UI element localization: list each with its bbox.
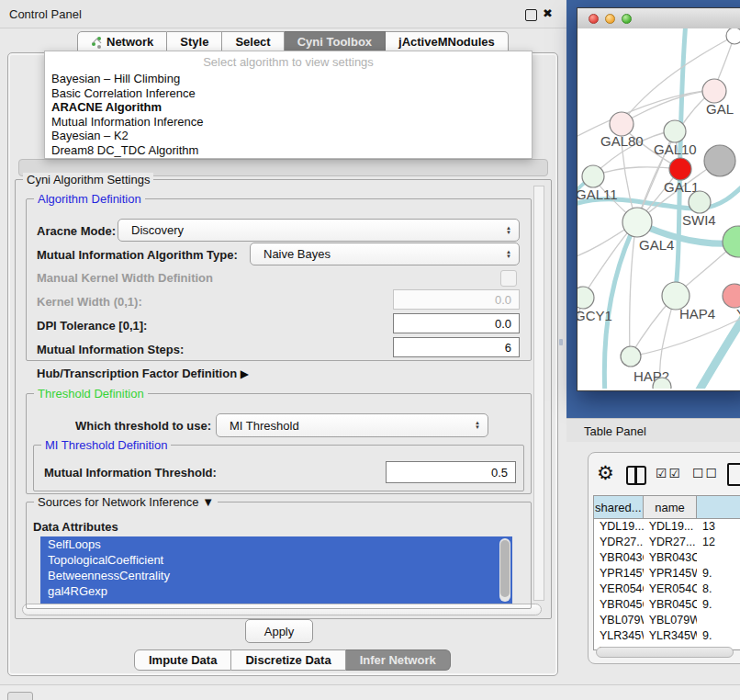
close-traffic-light-icon[interactable] — [589, 14, 599, 24]
control-panel-titlebar: Control Panel ✖ — [0, 0, 566, 28]
network-window-titlebar[interactable] — [577, 8, 740, 29]
attributes-scrollbar[interactable] — [499, 538, 510, 602]
node-gal10[interactable] — [664, 120, 686, 142]
node-label: Y — [736, 306, 740, 322]
table-row[interactable]: YBR045CYBR045C9. — [594, 597, 740, 613]
mi-threshold-label: Mutual Information Threshold: — [44, 466, 217, 480]
cyni-bottom-tabs: Impute DataDiscretize DataInfer Network — [134, 649, 451, 671]
node-swi4[interactable] — [689, 191, 711, 213]
which-threshold-combo[interactable]: MI Threshold ▲▼ — [216, 413, 488, 437]
which-threshold-value: MI Threshold — [230, 419, 299, 433]
minimize-traffic-light-icon[interactable] — [605, 14, 615, 24]
panel-splitter-handle[interactable] — [559, 339, 563, 345]
node[interactable] — [726, 28, 740, 44]
table-row[interactable]: YPR145WYPR145W9. — [594, 566, 740, 581]
attribute-item[interactable]: BetweennessCentrality — [40, 568, 512, 583]
kernel-width-label: Kernel Width (0,1): — [37, 295, 142, 309]
split-columns-icon[interactable] — [626, 466, 646, 485]
table-panel-titlebar: Table Panel — [566, 418, 740, 444]
attribute-table[interactable]: shared...nameYDL19...YDL19...13YDR27...Y… — [593, 495, 740, 650]
algorithm-option[interactable]: Dream8 DC_TDC Algorithm — [45, 143, 532, 158]
document-icon[interactable] — [727, 463, 740, 486]
deselect-all-checkboxes-icon[interactable]: ☐☐ — [692, 466, 719, 480]
kernel-width-field[interactable]: 0.0 — [393, 289, 520, 310]
table-row[interactable]: YLR345WYLR345W9. — [594, 628, 740, 644]
algorithm-option[interactable]: Mutual Information Inference — [45, 115, 532, 130]
network-view-window: GALGAL80GAL10GAL1GAL11SWI4GAL4GCY1HAP4YH… — [577, 7, 740, 391]
attribute-item[interactable]: SelfLoops — [40, 536, 512, 552]
tab-label: jActiveMNodules — [398, 32, 495, 52]
node-label: GAL11 — [577, 186, 618, 202]
attribute-item[interactable]: gal4RGexp — [40, 583, 512, 599]
float-window-icon[interactable] — [525, 9, 537, 21]
table-row[interactable]: YBL079WYBL079W — [594, 613, 740, 628]
bottom-tab-impute-data[interactable]: Impute Data — [134, 649, 231, 671]
algorithm-dropdown-popup: Select algorithm to view settings Bayesi… — [44, 51, 533, 159]
bottom-tab-discretize-data[interactable]: Discretize Data — [231, 649, 345, 671]
dpi-tolerance-field[interactable]: 0.0 — [393, 313, 520, 333]
node-label: GAL — [706, 101, 734, 117]
zoom-traffic-light-icon[interactable] — [622, 14, 632, 24]
table-cell: 9. — [697, 628, 740, 644]
dpi-tolerance-label: DPI Tolerance [0,1]: — [37, 319, 147, 333]
table-cell: YLR345W — [594, 628, 644, 644]
table-row[interactable]: YDR27...YDR27...12 — [594, 535, 740, 550]
node-y[interactable] — [723, 284, 740, 308]
algorithm-option[interactable]: Basic Correlation Inference — [45, 86, 532, 101]
table-cell: YDR27... — [594, 535, 644, 550]
algorithm-option[interactable]: Bayesian – Hill Climbing — [45, 72, 532, 86]
table-cell: YDL19... — [644, 519, 697, 535]
network-icon — [91, 37, 102, 48]
aracne-mode-value: Discovery — [131, 223, 184, 237]
stepper-icon: ▲▼ — [506, 226, 511, 235]
node-label: SWI4 — [682, 212, 716, 228]
settings-vertical-scrollbar[interactable] — [533, 186, 544, 601]
table-cell: YLR345W — [644, 628, 697, 644]
table-row[interactable]: YBR043CYBR043C — [594, 550, 740, 566]
aracne-mode-combo[interactable]: Discovery ▲▼ — [118, 219, 520, 242]
algorithm-dropdown-placeholder: Select algorithm to view settings — [45, 53, 532, 72]
status-strip — [0, 684, 740, 700]
table-row[interactable]: YDL19...YDL19...13 — [594, 519, 740, 535]
table-cell: YBR045C — [644, 597, 697, 613]
column-header[interactable] — [697, 496, 740, 518]
attributes-scrollbar-thumb[interactable] — [500, 540, 510, 597]
data-attributes-label: Data Attributes — [33, 520, 118, 534]
sources-legend[interactable]: Sources for Network Inference ▼ — [34, 495, 218, 509]
attribute-item-partial[interactable] — [40, 599, 512, 604]
which-threshold-label: Which threshold to use: — [75, 419, 211, 433]
node-label: GCY1 — [577, 308, 612, 323]
close-icon[interactable]: ✖ — [543, 6, 553, 20]
bottom-tab-infer-network[interactable]: Infer Network — [346, 649, 451, 671]
node-hap2[interactable] — [621, 346, 641, 367]
mi-threshold-field[interactable]: 0.5 — [386, 461, 516, 483]
table-cell: YBL079W — [594, 613, 644, 628]
node-gcy1[interactable] — [577, 287, 594, 309]
column-header[interactable]: shared... — [594, 496, 644, 518]
table-cell: YBR043C — [594, 550, 644, 566]
column-header[interactable]: name — [644, 496, 698, 518]
mi-threshold-legend: MI Threshold Definition — [41, 438, 171, 452]
table-cell: 9. — [697, 597, 740, 613]
node[interactable] — [704, 145, 735, 176]
table-horizontal-scrollbar[interactable] — [596, 647, 734, 658]
algorithm-option[interactable]: Bayesian – K2 — [45, 129, 532, 143]
node-gal1[interactable] — [669, 158, 691, 180]
attribute-item[interactable]: TopologicalCoefficient — [40, 552, 512, 568]
select-all-checkboxes-icon[interactable]: ☑☑ — [656, 466, 682, 480]
node-gal4[interactable] — [622, 208, 652, 237]
network-canvas[interactable]: GALGAL80GAL10GAL1GAL11SWI4GAL4GCY1HAP4YH… — [577, 28, 740, 389]
manual-kernel-checkbox[interactable] — [500, 270, 517, 287]
mi-type-combo[interactable]: Naive Bayes ▲▼ — [250, 243, 520, 265]
node-gal[interactable] — [702, 79, 726, 103]
cyni-settings-legend: Cyni Algorithm Settings — [23, 173, 153, 186]
gear-icon[interactable]: ⚙ — [597, 462, 614, 484]
mi-steps-field[interactable]: 6 — [393, 337, 520, 357]
table-row[interactable]: YER054CYER054C8. — [594, 581, 740, 597]
table-cell — [697, 613, 740, 628]
node-gal11[interactable] — [582, 165, 604, 187]
algorithm-option[interactable]: ARACNE Algorithm — [45, 100, 532, 115]
hub-definition-toggle[interactable]: Hub/Transcription Factor Definition ▶ — [37, 367, 249, 380]
apply-button[interactable]: Apply — [245, 619, 313, 643]
partial-bottom-button[interactable] — [7, 692, 33, 700]
